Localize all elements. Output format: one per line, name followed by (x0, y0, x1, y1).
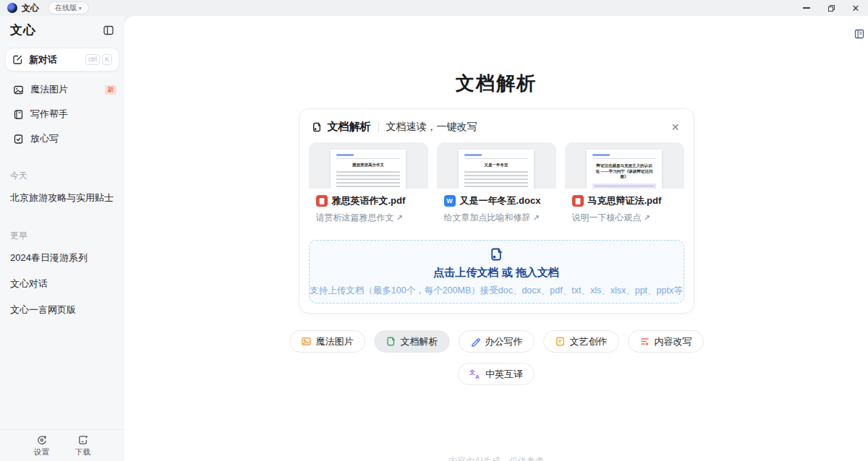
titlebar: 文心 在线版 ▾ ✕ (0, 0, 868, 16)
divider (378, 122, 379, 132)
collapse-panel-icon (103, 25, 114, 36)
quick-action-label: 内容改写 (655, 335, 692, 348)
preview-title: 雅思英语高分作文 (339, 162, 398, 168)
upload-hint: 支持上传文档（最多100个，每个200MB）接受doc、docx、pdf、txt… (310, 285, 682, 297)
example-doc-card-ielts[interactable]: 雅思英语高分作文 雅思英语作文.pdf 请赏析这篇雅思作文 ↗ (309, 142, 428, 231)
upload-dropzone[interactable]: 点击上传文档 或 拖入文档 支持上传文档（最多100个，每个200MB）接受do… (309, 240, 684, 303)
minimize-icon (803, 7, 810, 9)
notebook-icon (13, 109, 24, 120)
close-button[interactable]: ✕ (843, 0, 868, 16)
file-name: 马克思辩证法.pdf (588, 194, 662, 207)
quick-action-literary-creation[interactable]: 文艺创作 (543, 330, 619, 353)
version-dropdown[interactable]: 在线版 ▾ (48, 1, 89, 14)
panel-icon (854, 29, 864, 39)
quick-action-label: 魔法图片 (316, 335, 354, 348)
gear-icon (36, 434, 48, 446)
quick-action-office-writing[interactable]: 办公写作 (459, 330, 535, 353)
word-file-icon: W (444, 195, 456, 207)
promo-header: 文档解析 文档速读，一键改写 ✕ (309, 119, 684, 134)
preview-rule (464, 158, 528, 159)
history-item[interactable]: 文心对话 (0, 271, 124, 297)
maximize-button[interactable] (819, 0, 843, 16)
sidebar-item-label: 写作帮手 (30, 108, 68, 121)
sidebar-header: 文心 (0, 16, 124, 38)
close-icon: ✕ (852, 4, 860, 13)
page-title: 文档解析 (124, 71, 868, 96)
pdf-file-icon (316, 195, 328, 207)
window-controls: ✕ (794, 0, 868, 16)
download-button[interactable]: 下载 (75, 434, 90, 457)
new-chat-icon (12, 54, 23, 65)
doc-prompt: 说明一下核心观点 ↗ (572, 212, 677, 224)
doc-info: 马克思辩证法.pdf 说明一下核心观点 ↗ (565, 189, 684, 231)
document-edit-icon (556, 337, 563, 345)
maximize-icon (828, 5, 835, 12)
doc-parse-icon (311, 121, 323, 133)
document-check-icon (13, 134, 24, 145)
sidebar: 文心 新对话 ctrl K 魔法图片 新 写作帮手 放心写 今天 北京旅游攻略与… (0, 16, 124, 461)
download-icon (77, 434, 89, 446)
history-item[interactable]: 北京旅游攻略与实用贴士 (0, 185, 124, 211)
main-content: 文档解析 文档解析 文档速读，一键改写 ✕ 雅思英语高分作文 (124, 16, 868, 461)
list-lines-icon (641, 339, 648, 345)
doc-info: 雅思英语作文.pdf 请赏析这篇雅思作文 ↗ (309, 189, 428, 231)
upload-title: 点击上传文档 或 拖入文档 (433, 266, 558, 280)
quick-action-magic-images[interactable]: 魔法图片 (289, 330, 365, 353)
quick-action-label: 文档解析 (401, 335, 438, 348)
right-panel-toggle-button[interactable] (854, 29, 864, 39)
arrow-up-right-icon: ↗ (533, 213, 540, 223)
translate-icon: 文 (469, 369, 475, 376)
sidebar-item-writing-helper[interactable]: 写作帮手 (0, 102, 124, 126)
arrow-up-right-icon: ↗ (396, 213, 403, 223)
new-chat-label: 新对话 (29, 53, 57, 66)
preview-title: 辩证法也就是马克思主义的认识论 ——学习列宁《谈谈辩证法问题》 (595, 163, 654, 180)
sidebar-item-label: 放心写 (30, 132, 59, 145)
history-item[interactable]: 2024春日漫游系列 (0, 245, 124, 271)
upload-doc-icon (488, 246, 504, 262)
sidebar-nav: 魔法图片 新 写作帮手 放心写 (0, 77, 124, 151)
image-icon (302, 338, 310, 345)
example-doc-card-marx[interactable]: 辩证法也就是马克思主义的认识论 ——学习列宁《谈谈辩证法问题》 马克思辩证法.p… (565, 142, 684, 231)
settings-label: 设置 (34, 447, 49, 457)
quick-action-label: 文艺创作 (570, 335, 608, 348)
quick-action-translate[interactable]: 文A 中英互译 (458, 363, 535, 385)
history-section-earlier: 更早 (0, 211, 124, 245)
preview-rule (592, 158, 656, 159)
quick-action-content-rewrite[interactable]: 内容改写 (628, 330, 704, 353)
preview-label-bar (464, 154, 482, 156)
app-name: 文心 (22, 2, 39, 14)
pdf-file-icon (572, 195, 584, 207)
promo-title: 文档解析 (328, 120, 371, 134)
sidebar-collapse-button[interactable] (103, 25, 114, 36)
preview-label-bar (336, 154, 354, 156)
sidebar-item-magic-images[interactable]: 魔法图片 新 (0, 77, 124, 102)
promo-subtitle: 文档速读，一键改写 (386, 121, 477, 134)
quick-action-label: 中英互译 (485, 368, 523, 381)
app-logo-icon (7, 3, 17, 13)
svg-text:A: A (475, 374, 480, 380)
settings-button[interactable]: 设置 (34, 434, 49, 457)
history-item[interactable]: 文心一言网页版 (0, 297, 124, 323)
image-icon (13, 85, 24, 95)
arrow-up-right-icon: ↗ (644, 213, 650, 223)
quick-action-doc-parse[interactable]: 文档解析 (374, 330, 450, 353)
pen-icon (472, 339, 480, 346)
preview-title: 又是一年冬至 (467, 162, 526, 168)
shortcut-badges: ctrl K (85, 54, 112, 65)
doc-prompt: 给文章加点比喻和修辞 ↗ (444, 212, 549, 224)
new-badge: 新 (105, 85, 116, 95)
file-name: 又是一年冬至.docx (460, 194, 541, 207)
promo-close-button[interactable]: ✕ (669, 121, 682, 133)
file-name: 雅思英语作文.pdf (332, 194, 406, 207)
sidebar-item-safe-write[interactable]: 放心写 (0, 126, 124, 151)
doc-parse-promo-card: 文档解析 文档速读，一键改写 ✕ 雅思英语高分作文 雅思英语作文.pdf (299, 108, 694, 314)
sidebar-footer: 设置 下载 (0, 429, 124, 461)
ai-disclaimer: 内容由AI生成，仅供参考 (124, 455, 868, 461)
doc-prompt: 请赏析这篇雅思作文 ↗ (316, 212, 421, 224)
example-docs: 雅思英语高分作文 雅思英语作文.pdf 请赏析这篇雅思作文 ↗ (309, 142, 684, 231)
example-doc-card-winter[interactable]: 又是一年冬至 W 又是一年冬至.docx 给文章加点比喻和修辞 ↗ (437, 142, 556, 231)
download-label: 下载 (75, 447, 90, 457)
preview-rule (336, 158, 400, 159)
new-chat-button[interactable]: 新对话 ctrl K (5, 48, 119, 72)
minimize-button[interactable] (794, 0, 819, 16)
